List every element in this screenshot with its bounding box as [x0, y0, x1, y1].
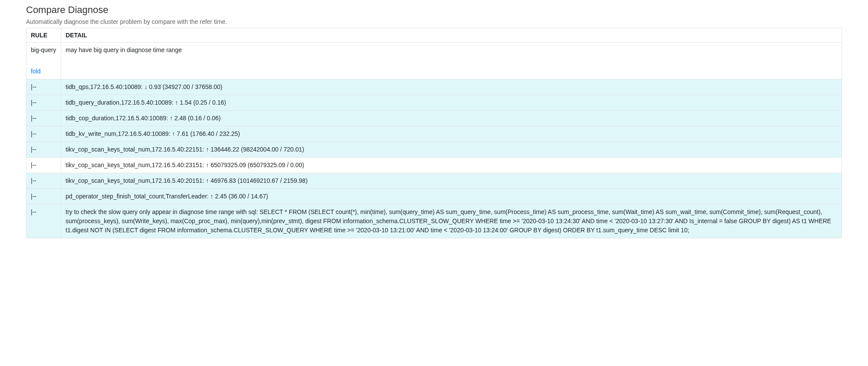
detail-cell: tidb_query_duration,172.16.5.40:10089: ↑… [61, 95, 842, 111]
diagnose-table: RULE DETAIL big-query fold may have big … [26, 28, 842, 238]
rule-cell: |-- [26, 204, 61, 238]
col-header-detail: DETAIL [61, 28, 842, 43]
table-row: |--tikv_cop_scan_keys_total_num,172.16.5… [26, 173, 842, 189]
table-row: big-query fold may have big query in dia… [26, 43, 842, 79]
detail-cell: tidb_cop_duration,172.16.5.40:10089: ↑ 2… [61, 111, 842, 126]
table-row: |--tikv_cop_scan_keys_total_num,172.16.5… [26, 158, 842, 173]
rule-cell: |-- [26, 95, 61, 111]
rule-cell: big-query fold [26, 43, 61, 79]
detail-cell: tikv_cop_scan_keys_total_num,172.16.5.40… [61, 158, 842, 173]
rule-cell: |-- [26, 79, 61, 95]
detail-cell: may have big query in diagnose time rang… [61, 43, 842, 79]
col-header-rule: RULE [26, 28, 61, 43]
table-row: |--tidb_cop_duration,172.16.5.40:10089: … [26, 111, 842, 126]
table-row: |--tidb_qps,172.16.5.40:10089: ↓ 0.93 (3… [26, 79, 842, 95]
detail-cell: tidb_kv_write_num,172.16.5.40:10089: ↑ 7… [61, 126, 842, 142]
table-row: |--pd_operator_step_finish_total_count,T… [26, 189, 842, 204]
table-row: |--tidb_query_duration,172.16.5.40:10089… [26, 95, 842, 111]
page-title: Compare Diagnose [26, 4, 842, 16]
table-row: |--tidb_kv_write_num,172.16.5.40:10089: … [26, 126, 842, 142]
detail-cell: tikv_cop_scan_keys_total_num,172.16.5.40… [61, 173, 842, 189]
rule-cell: |-- [26, 173, 61, 189]
table-row: |--try to check the slow query only appe… [26, 204, 842, 238]
page-subtitle: Automatically diagnose the cluster probl… [26, 18, 842, 25]
rule-name: big-query [31, 46, 56, 53]
rule-cell: |-- [26, 158, 61, 173]
detail-cell: try to check the slow query only appear … [61, 204, 842, 238]
detail-cell: pd_operator_step_finish_total_count,Tran… [61, 189, 842, 204]
detail-cell: tikv_cop_scan_keys_total_num,172.16.5.40… [61, 142, 842, 158]
rule-cell: |-- [26, 189, 61, 204]
table-row: |--tikv_cop_scan_keys_total_num,172.16.5… [26, 142, 842, 158]
fold-link[interactable]: fold [31, 67, 56, 76]
rule-cell: |-- [26, 142, 61, 158]
rule-cell: |-- [26, 126, 61, 142]
detail-cell: tidb_qps,172.16.5.40:10089: ↓ 0.93 (3492… [61, 79, 842, 95]
rule-cell: |-- [26, 111, 61, 126]
